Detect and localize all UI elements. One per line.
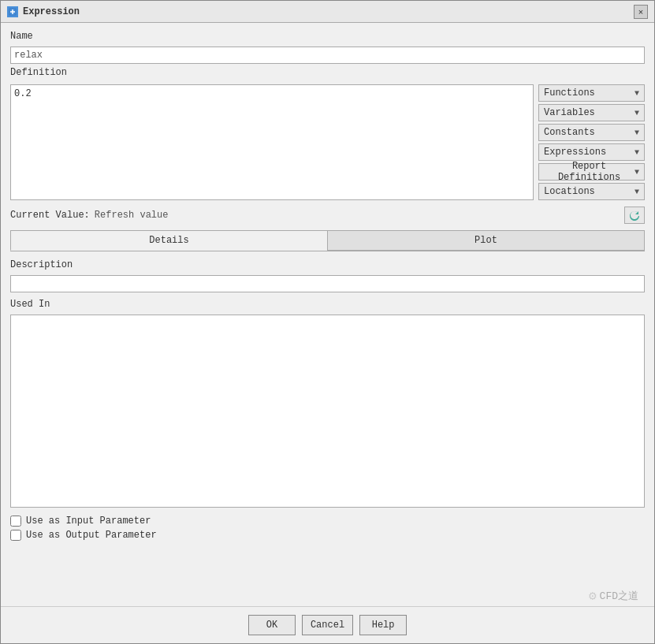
expressions-arrow-icon: ▼ (635, 148, 639, 157)
definition-left: 0.2 (10, 84, 534, 200)
input-param-label: Use as Input Parameter (26, 516, 151, 527)
checkboxes-section: Use as Input Parameter Use as Output Par… (10, 516, 645, 541)
output-param-label: Use as Output Parameter (26, 530, 157, 541)
report-definitions-button[interactable]: Report Definitions ▼ (538, 163, 645, 181)
watermark-icon: ⚙ (589, 588, 597, 604)
output-param-checkbox[interactable] (10, 530, 21, 541)
title-bar: Expression × (1, 1, 654, 23)
name-field-label: Name (10, 31, 645, 42)
bottom-buttons: OK Cancel Help (1, 606, 654, 643)
output-param-row[interactable]: Use as Output Parameter (10, 530, 645, 541)
dialog-icon (7, 6, 18, 17)
dialog-content: Name Definition 0.2 Functions ▼ Variable… (1, 23, 654, 606)
input-param-checkbox[interactable] (10, 516, 21, 527)
refresh-button[interactable] (624, 207, 645, 224)
expressions-button[interactable]: Expressions ▼ (538, 143, 645, 161)
help-button[interactable]: Help (359, 615, 407, 635)
tabs-row: Details Plot (10, 230, 645, 251)
expression-dialog: Expression × Name Definition 0.2 Functio… (0, 0, 655, 644)
tab-plot[interactable]: Plot (327, 230, 645, 251)
description-input[interactable] (10, 275, 645, 292)
functions-arrow-icon: ▼ (635, 89, 639, 98)
refresh-icon (628, 209, 641, 221)
definition-label: Definition (10, 67, 645, 78)
variables-button[interactable]: Variables ▼ (538, 104, 645, 121)
close-button[interactable]: × (634, 5, 648, 19)
locations-button[interactable]: Locations ▼ (538, 183, 645, 200)
cancel-button[interactable]: Cancel (302, 615, 353, 635)
definition-textarea[interactable]: 0.2 (10, 84, 534, 200)
definition-buttons: Functions ▼ Variables ▼ Constants ▼ Expr… (538, 84, 645, 200)
functions-button[interactable]: Functions ▼ (538, 84, 645, 102)
details-section: Description Used In (10, 259, 645, 508)
watermark: ⚙ CFD之道 (589, 588, 638, 604)
locations-arrow-icon: ▼ (635, 188, 639, 196)
watermark-text: CFD之道 (600, 589, 638, 603)
ok-button[interactable]: OK (248, 615, 296, 635)
current-value-text: Refresh value (95, 210, 169, 221)
variables-arrow-icon: ▼ (635, 109, 639, 117)
current-value-label: Current Value: (10, 210, 90, 221)
name-input[interactable] (10, 47, 645, 64)
report-definitions-arrow-icon: ▼ (635, 168, 639, 177)
used-in-box (10, 315, 645, 508)
current-value-row: Current Value: Refresh value (10, 207, 645, 224)
constants-button[interactable]: Constants ▼ (538, 124, 645, 141)
definition-section: 0.2 Functions ▼ Variables ▼ Constants ▼ … (10, 84, 645, 200)
tab-details[interactable]: Details (10, 230, 327, 251)
used-in-label: Used In (10, 299, 645, 310)
dialog-title: Expression (23, 6, 634, 17)
constants-arrow-icon: ▼ (635, 128, 639, 137)
input-param-row[interactable]: Use as Input Parameter (10, 516, 645, 527)
description-label: Description (10, 259, 645, 270)
